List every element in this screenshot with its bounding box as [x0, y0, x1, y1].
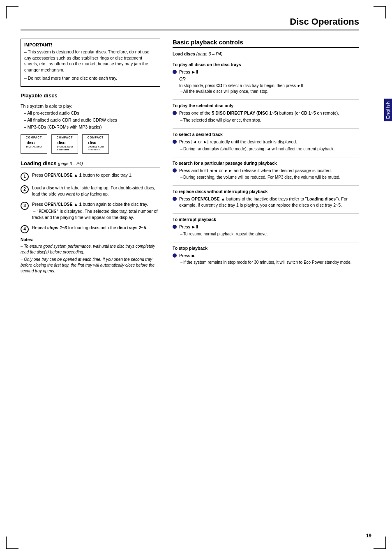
left-column: IMPORTANT! – This system is designed for…: [21, 39, 160, 276]
bullet-play-selected-content: Press one of the 5 DISC DIRECT PLAY (DIS…: [179, 110, 359, 123]
divider-6: [173, 242, 359, 242]
list-item: MP3-CDs (CD-ROMs with MP3 tracks): [24, 124, 160, 130]
notes-title: Notes:: [21, 237, 160, 242]
bullet-replace-discs-content: Press OPEN/CLOSE ▲ buttons of the inacti…: [179, 196, 359, 208]
bullet-play-all-content: Press ►II OR In stop mode, press CD to s…: [179, 69, 359, 94]
arrow-icon-play-selected: [179, 117, 183, 123]
subsection-search-passage-title: To search for a particular passage durin…: [173, 161, 359, 166]
subsection-stop-playback-title: To stop playback: [173, 246, 359, 251]
arrow-icon-play-all: [179, 89, 183, 94]
note-1: – To ensure good system performance, wai…: [21, 244, 160, 255]
bullet-play-all: Press ►II OR In stop mode, press CD to s…: [173, 69, 359, 94]
subsection-search-passage: To search for a particular passage durin…: [173, 161, 359, 181]
corner-mark-br: [374, 537, 386, 549]
subsection-play-selected: To play the selected disc only Press one…: [173, 103, 359, 123]
divider-2: [173, 128, 359, 129]
page-title: Disc Operations: [21, 16, 359, 30]
step-number-1: 1: [21, 173, 29, 181]
loading-discs-section: Loading discs (page 3 – P4) 1 Press OPEN…: [21, 160, 160, 274]
cd-disc-svg-1: disc DIGITAL AUDIO: [26, 140, 42, 151]
corner-mark-tr: [374, 6, 386, 18]
bullet-select-track: Press |◄ or ►| repeatedly until the desi…: [173, 139, 359, 152]
subsection-replace-discs-title: To replace discs without interrupting pl…: [173, 189, 359, 194]
svg-text:disc: disc: [57, 140, 65, 145]
arrow-icon-select-track: [179, 146, 183, 152]
bullet-stop-playback: Press ■. If the system remains in stop m…: [173, 253, 359, 266]
basic-playback-title: Basic playback controls: [173, 39, 359, 48]
basic-playback-section: Basic playback controls Load discs (page…: [173, 39, 359, 265]
loading-step-2: 2 Load a disc with the label side facing…: [21, 185, 160, 197]
load-discs-ref: Load discs (page 3 – P4).: [173, 51, 359, 56]
svg-text:DIGITAL AUDIO: DIGITAL AUDIO: [88, 145, 104, 148]
important-point-2: – Do not load more than one disc onto ea…: [24, 75, 157, 81]
step-3-note: "READING" is displayed. The selected dis…: [32, 208, 160, 221]
play-all-note: In stop mode, press CD to select a disc …: [179, 83, 359, 94]
cd-top-text-1: COMPACT: [26, 136, 42, 139]
loading-step-4: 4 Repeat steps 1~3 for loading discs ont…: [21, 225, 160, 233]
step-number-3: 3: [21, 202, 29, 210]
search-passage-note: During searching, the volume will be red…: [179, 175, 359, 180]
bullet-dot: [173, 197, 177, 201]
step-number-2: 2: [21, 185, 29, 193]
bullet-play-selected: Press one of the 5 DISC DIRECT PLAY (DIS…: [173, 110, 359, 123]
subsection-play-selected-title: To play the selected disc only: [173, 103, 359, 108]
subsection-interrupt-playback: To interrupt playback Press ►II To resum…: [173, 217, 359, 237]
bullet-dot: [173, 225, 177, 229]
page-number: 19: [366, 533, 371, 539]
divider-5: [173, 213, 359, 214]
loading-title-text: Loading discs: [21, 160, 56, 166]
arrow-icon-stop: [179, 260, 183, 265]
cd-disc-svg-2: disc DIGITAL AUDIO Recordable: [57, 140, 73, 151]
subsection-select-track: To select a desired track Press |◄ or ►|…: [173, 132, 359, 152]
disc-logos: COMPACT disc DIGITAL AUDIO COMPACT disc: [21, 134, 160, 154]
subsection-play-all-title: To play all discs on the disc trays: [173, 62, 359, 67]
notes-box: Notes: – To ensure good system performan…: [21, 237, 160, 274]
bullet-dot: [173, 70, 177, 74]
bullet-search-passage-content: Press and hold ◄◄ or ►► and release it w…: [179, 168, 359, 181]
loading-discs-title: Loading discs (page 3 – P4): [21, 160, 160, 168]
cd-logo-2: COMPACT disc DIGITAL AUDIO Recordable: [51, 134, 78, 154]
bullet-search-passage: Press and hold ◄◄ or ►► and release it w…: [173, 168, 359, 181]
page-container: English Disc Operations IMPORTANT! – Thi…: [0, 0, 392, 555]
bullet-stop-playback-content: Press ■. If the system remains in stop m…: [179, 253, 359, 266]
loading-title-pageref: (page 3 – P4): [58, 161, 83, 166]
note-2: – Only one tray can be opened at each ti…: [21, 257, 160, 274]
right-column: Basic playback controls Load discs (page…: [173, 39, 359, 276]
list-item: All pre-recorded audio CDs: [24, 110, 160, 116]
cd-disc-svg-3: disc DIGITAL AUDIO ReWritable: [88, 140, 104, 151]
bullet-interrupt-playback: Press ►II To resume normal playback, rep…: [173, 224, 359, 237]
divider-4: [173, 185, 359, 186]
loading-step-3: 3 Press OPEN/CLOSE ▲ 1 button again to c…: [21, 201, 160, 221]
bullet-select-track-content: Press |◄ or ►| repeatedly until the desi…: [179, 139, 359, 152]
subsection-select-track-title: To select a desired track: [173, 132, 359, 137]
svg-text:disc: disc: [88, 140, 96, 145]
cd-logo-1: COMPACT disc DIGITAL AUDIO: [21, 134, 47, 154]
svg-text:DIGITAL AUDIO: DIGITAL AUDIO: [26, 145, 42, 148]
step-number-4: 4: [21, 225, 29, 233]
playable-discs-intro: This system is able to play:: [21, 104, 160, 108]
select-track-note: During random play (shuffle mode), press…: [179, 146, 359, 152]
cd-logo-3: COMPACT disc DIGITAL AUDIO ReWritable: [82, 134, 109, 154]
svg-text:ReWritable: ReWritable: [88, 149, 99, 151]
bullet-dot: [173, 253, 177, 258]
divider-1: [173, 99, 359, 100]
bullet-dot: [173, 168, 177, 173]
step-content-4: Repeat steps 1~3 for loading discs onto …: [32, 225, 160, 233]
important-title: IMPORTANT!: [24, 42, 157, 47]
step-content-2: Load a disc with the label side facing u…: [32, 185, 160, 197]
arrow-icon-3: [32, 208, 37, 214]
divider-3: [173, 157, 359, 157]
subsection-stop-playback: To stop playback Press ■. If the system …: [173, 246, 359, 266]
playable-discs-list: All pre-recorded audio CDs All finalised…: [21, 110, 160, 130]
or-line: OR: [179, 76, 359, 82]
corner-mark-tl: [6, 6, 18, 18]
content-area: IMPORTANT! – This system is designed for…: [21, 39, 359, 276]
svg-text:disc: disc: [26, 140, 35, 145]
list-item: All finalised audio CDR and audio CDRW d…: [24, 117, 160, 123]
arrow-icon-search: [179, 175, 183, 180]
arrow-icon-interrupt: [179, 231, 183, 237]
playable-discs-title: Playable discs: [21, 92, 160, 100]
subsection-play-all: To play all discs on the disc trays Pres…: [173, 62, 359, 94]
cd-top-text-3: COMPACT: [88, 136, 104, 139]
step-content-3: Press OPEN/CLOSE ▲ 1 button again to clo…: [32, 201, 160, 221]
